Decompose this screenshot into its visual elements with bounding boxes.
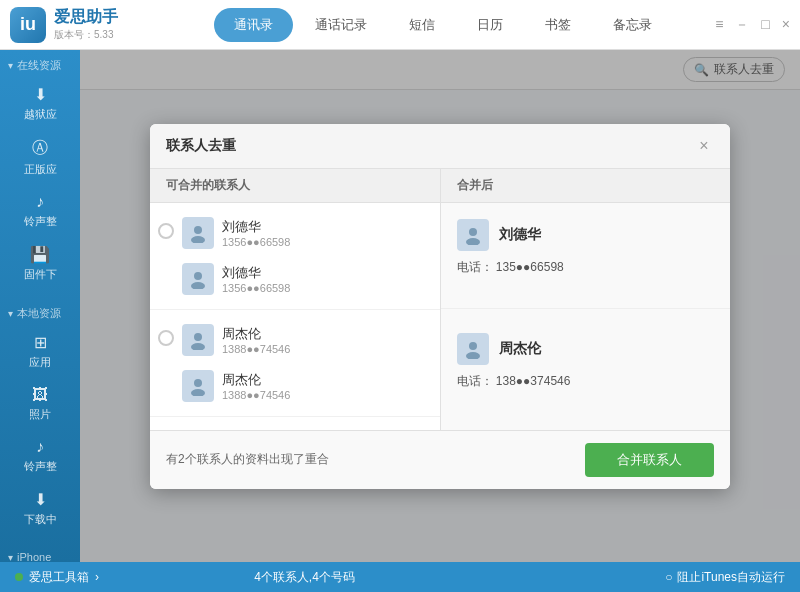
radio-group-2[interactable] <box>158 330 174 346</box>
local-photos-icon: 🖼 <box>32 386 48 404</box>
sidebar-item-appstore[interactable]: Ⓐ 正版应 <box>0 130 80 185</box>
contacts-list-2: 周杰伦 1388●●74546 <box>182 320 290 406</box>
radio-group-1[interactable] <box>158 223 174 239</box>
tab-call-log[interactable]: 通话记录 <box>295 8 387 42</box>
phone-value-1: 135●●66598 <box>496 260 564 274</box>
close-icon[interactable]: × <box>782 16 790 34</box>
window-controls[interactable]: ≡ － □ × <box>715 16 790 34</box>
merged-avatar-2 <box>457 333 489 365</box>
merged-phone-1: 电话： 135●●66598 <box>457 259 715 276</box>
phone-label-1: 电话： <box>457 260 493 274</box>
dialog-left-panel: 可合并的联系人 <box>150 169 441 430</box>
no-itunes-label: 阻止iTunes自动运行 <box>677 569 785 586</box>
sidebar-item-ringtone-online[interactable]: ♪ 铃声整 <box>0 185 80 237</box>
dialog-close-button[interactable]: × <box>694 136 714 156</box>
merged-group-2: 周杰伦 电话： 138●●374546 <box>441 317 731 422</box>
sidebar-item-firmware[interactable]: 💾 固件下 <box>0 237 80 290</box>
merged-avatar-1 <box>457 219 489 251</box>
dialog-overlay: 联系人去重 × 可合并的联系人 <box>80 50 800 562</box>
contact-info-2-1: 周杰伦 1388●●74546 <box>222 325 290 355</box>
nav-tabs: 通讯录 通话记录 短信 日历 书签 备忘录 <box>170 8 715 42</box>
hamburger-icon[interactable]: ≡ <box>715 16 723 34</box>
avatar-2-1 <box>182 324 214 356</box>
svg-point-7 <box>191 389 205 396</box>
contact-name-1-1: 刘德华 <box>222 218 290 236</box>
app-version: 版本号：5.33 <box>54 28 118 42</box>
firmware-icon: 💾 <box>30 245 50 264</box>
sidebar-label-firmware: 固件下 <box>24 267 57 282</box>
maximize-icon[interactable]: □ <box>761 16 769 34</box>
svg-point-0 <box>194 226 202 234</box>
dialog-header: 联系人去重 × <box>150 124 730 169</box>
sidebar: 在线资源 ⬇ 越狱应 Ⓐ 正版应 ♪ 铃声整 💾 固件下 本地资源 ⊞ 应用 <box>0 50 80 562</box>
contact-group-1: 刘德华 1356●●66598 <box>150 203 440 310</box>
svg-point-4 <box>194 333 202 341</box>
merged-result-2: 周杰伦 电话： 138●●374546 <box>441 317 731 406</box>
dialog-right-panel: 合并后 刘德华 <box>441 169 731 430</box>
contact-phone-1-1: 1356●●66598 <box>222 236 290 248</box>
status-center-info: 4个联系人,4个号码 <box>254 569 355 586</box>
contact-info-2-2: 周杰伦 1388●●74546 <box>222 371 290 401</box>
sidebar-item-jailbreak[interactable]: ⬇ 越狱应 <box>0 77 80 130</box>
merged-contact-2: 周杰伦 <box>457 333 715 365</box>
phone-value-2: 138●●374546 <box>496 374 571 388</box>
sidebar-item-download[interactable]: ⬇ 下载中 <box>0 482 80 535</box>
tab-notes[interactable]: 备忘录 <box>593 8 672 42</box>
svg-point-9 <box>466 238 480 245</box>
contact-phone-2-1: 1388●●74546 <box>222 343 290 355</box>
arrow-icon: › <box>95 570 99 584</box>
contact-item-1-2: 刘德华 1356●●66598 <box>182 259 290 299</box>
status-right[interactable]: ○ 阻止iTunes自动运行 <box>665 569 785 586</box>
tab-calendar[interactable]: 日历 <box>457 8 523 42</box>
sidebar-label-appstore: 正版应 <box>24 162 57 177</box>
sidebar-label-local-photos: 照片 <box>29 407 51 422</box>
sidebar-label-ringtone-online: 铃声整 <box>24 214 57 229</box>
merge-contacts-button[interactable]: 合并联系人 <box>585 443 714 477</box>
svg-point-10 <box>469 342 477 350</box>
sidebar-item-local-apps[interactable]: ⊞ 应用 <box>0 325 80 378</box>
tab-bookmarks[interactable]: 书签 <box>525 8 591 42</box>
merged-name-1: 刘德华 <box>499 226 541 244</box>
left-col-header: 可合并的联系人 <box>150 169 440 203</box>
contact-item-2-2: 周杰伦 1388●●74546 <box>182 366 290 406</box>
merged-contact-1: 刘德华 <box>457 219 715 251</box>
sidebar-label-download: 下载中 <box>24 512 57 527</box>
svg-point-6 <box>194 379 202 387</box>
contact-name-2-2: 周杰伦 <box>222 371 290 389</box>
tab-contacts[interactable]: 通讯录 <box>214 8 293 42</box>
download-icon: ⬇ <box>34 490 47 509</box>
sidebar-section-iphone: iPhone <box>0 543 80 562</box>
contact-item-1-1: 刘德华 1356●●66598 <box>182 213 290 253</box>
tab-sms[interactable]: 短信 <box>389 8 455 42</box>
main-content: 在线资源 ⬇ 越狱应 Ⓐ 正版应 ♪ 铃声整 💾 固件下 本地资源 ⊞ 应用 <box>0 50 800 562</box>
svg-point-1 <box>191 236 205 243</box>
contact-item-2-1: 周杰伦 1388●●74546 <box>182 320 290 360</box>
svg-point-2 <box>194 272 202 280</box>
app-logo: iu <box>10 7 46 43</box>
svg-point-5 <box>191 343 205 350</box>
minimize-icon[interactable]: － <box>735 16 749 34</box>
logo-area: iu 爱思助手 版本号：5.33 <box>10 7 170 43</box>
sidebar-item-local-ringtone[interactable]: ♪ 铃声整 <box>0 430 80 482</box>
toolbox-label: 爱思工具箱 <box>29 569 89 586</box>
merged-result-1: 刘德华 电话： 135●●66598 <box>441 203 731 292</box>
no-itunes-icon: ○ <box>665 570 672 584</box>
contact-phone-2-2: 1388●●74546 <box>222 389 290 401</box>
local-apps-icon: ⊞ <box>34 333 47 352</box>
contact-phone-1-2: 1356●●66598 <box>222 282 290 294</box>
contact-info-1-2: 刘德华 1356●●66598 <box>222 264 290 294</box>
svg-point-11 <box>466 352 480 359</box>
title-bar: iu 爱思助手 版本号：5.33 通讯录 通话记录 短信 日历 书签 备忘录 ≡… <box>0 0 800 50</box>
content-area: 🔍 联系人去重 联系人去重 × 可合并的联系人 <box>80 50 800 562</box>
contact-info-1-1: 刘德华 1356●●66598 <box>222 218 290 248</box>
svg-point-3 <box>191 282 205 289</box>
local-ringtone-icon: ♪ <box>36 438 44 456</box>
ringtone-online-icon: ♪ <box>36 193 44 211</box>
sidebar-item-local-photos[interactable]: 🖼 照片 <box>0 378 80 430</box>
sidebar-section-local: 本地资源 <box>0 298 80 325</box>
jailbreak-icon: ⬇ <box>34 85 47 104</box>
phone-label-2: 电话： <box>457 374 493 388</box>
sidebar-label-jailbreak: 越狱应 <box>24 107 57 122</box>
appstore-icon: Ⓐ <box>32 138 48 159</box>
contact-name-2-1: 周杰伦 <box>222 325 290 343</box>
